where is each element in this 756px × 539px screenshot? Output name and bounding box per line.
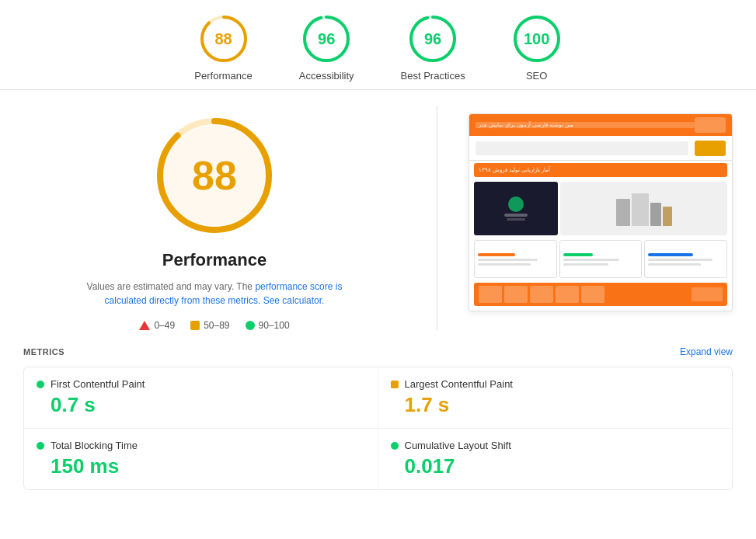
score-circle-performance: 88 (199, 14, 249, 64)
ss-content-row2 (469, 238, 732, 280)
calculator-link[interactable]: See calculator. (263, 295, 325, 306)
ss-icon-circle (508, 196, 524, 212)
ss-3d-image (612, 187, 674, 230)
ss-dark-card (474, 182, 558, 235)
circle-icon (246, 321, 255, 330)
svg-rect-10 (616, 199, 630, 226)
metric-cls: Cumulative Layout Shift 0.017 (378, 429, 733, 489)
main-content: 88 Performance Values are estimated and … (0, 90, 756, 346)
svg-point-5 (411, 17, 455, 61)
expand-view-link[interactable]: Expand view (680, 346, 733, 357)
metric-fcp: First Contentful Paint 0.7 s (24, 367, 378, 429)
svg-rect-13 (663, 207, 672, 226)
legend-item-high: 90–100 (246, 320, 290, 331)
metric-fcp-dot (37, 381, 44, 388)
ss-logo (695, 141, 726, 156)
big-score-value: 88 (192, 152, 237, 199)
metric-cls-value: 0.017 (391, 454, 720, 478)
metric-tbt-name: Total Blocking Time (51, 440, 138, 451)
metric-fcp-value: 0.7 s (37, 393, 365, 417)
score-circle-accessibility: 96 (301, 14, 351, 64)
svg-point-1 (202, 17, 246, 61)
ss-footer-bar (474, 283, 727, 306)
ss-thumb1 (479, 286, 502, 303)
legend-range-mid: 50–89 (204, 320, 229, 331)
ss-content-row1 (469, 179, 732, 238)
metrics-title: METRICS (23, 347, 64, 356)
circle-svg-accessibility (301, 14, 351, 64)
ss-top-text: متن نوشته فارسی آزمون برای نمایش هدر (476, 122, 695, 128)
circle-svg-seo (512, 14, 562, 64)
svg-rect-12 (650, 203, 661, 226)
svg-point-3 (305, 17, 348, 61)
legend-range-high: 90–100 (259, 320, 290, 331)
ss-thumb5 (581, 286, 604, 303)
ss-top-bar: متن نوشته فارسی آزمون برای نمایش هدر (469, 114, 732, 136)
score-label-best-practices: Best Practices (401, 70, 465, 82)
metric-lcp-header: Largest Contentful Paint (391, 378, 720, 390)
metrics-header: METRICS Expand view (23, 346, 733, 357)
square-icon (190, 321, 200, 330)
metric-cls-name: Cumulative Layout Shift (405, 440, 511, 451)
metric-fcp-name: First Contentful Paint (51, 378, 145, 390)
big-score-circle: 88 (152, 113, 277, 238)
score-item-seo[interactable]: 100 SEO (512, 14, 562, 82)
performance-subtitle: Values are estimated and may vary. The p… (67, 280, 362, 308)
ss-card2b (559, 240, 643, 278)
score-item-best-practices[interactable]: 96 Best Practices (401, 14, 465, 82)
metric-fcp-header: First Contentful Paint (37, 378, 365, 390)
legend-item-low: 0–49 (139, 320, 175, 331)
score-item-accessibility[interactable]: 96 Accessibility (299, 14, 354, 82)
score-label-performance: Performance (194, 70, 252, 82)
legend-item-mid: 50–89 (190, 320, 229, 331)
panel-divider (437, 106, 437, 331)
ss-search-bar (476, 141, 688, 155)
metric-cls-header: Cumulative Layout Shift (391, 440, 720, 451)
ss-thumb3 (530, 286, 553, 303)
ss-thumb4 (556, 286, 579, 303)
site-screenshot: متن نوشته فارسی آزمون برای نمایش هدر آما… (469, 113, 733, 311)
svg-point-7 (515, 17, 559, 61)
ss-nav-bar (469, 136, 732, 161)
ss-light-card (560, 182, 727, 235)
metric-tbt-header: Total Blocking Time (37, 440, 365, 451)
metrics-grid: First Contentful Paint 0.7 s Largest Con… (23, 367, 733, 490)
ss-logo-placeholder (695, 117, 726, 133)
score-bar: 88 Performance 96 Accessibility 96 Best … (0, 0, 756, 90)
metric-tbt: Total Blocking Time 150 ms (24, 429, 378, 489)
score-legend: 0–49 50–89 90–100 (139, 320, 289, 331)
score-circle-seo: 100 (512, 14, 562, 64)
triangle-icon (139, 321, 150, 330)
metric-tbt-value: 150 ms (37, 454, 365, 478)
score-circle-best-practices: 96 (408, 14, 458, 64)
ss-thumb2 (504, 286, 528, 303)
ss-card2a (474, 240, 557, 278)
metric-lcp-dot (391, 381, 399, 388)
ss-card2c (644, 240, 727, 278)
metric-tbt-dot (37, 442, 44, 450)
metric-lcp-name: Largest Contentful Paint (405, 378, 513, 390)
metric-cls-dot (391, 442, 399, 450)
svg-rect-11 (632, 193, 649, 226)
metric-lcp: Largest Contentful Paint 1.7 s (378, 367, 733, 429)
legend-range-low: 0–49 (154, 320, 175, 331)
metrics-section: METRICS Expand view First Contentful Pai… (0, 346, 756, 506)
circle-svg-best-practices (408, 14, 458, 64)
right-panel: متن نوشته فارسی آزمون برای نمایش هدر آما… (469, 106, 733, 331)
score-item-performance[interactable]: 88 Performance (194, 14, 252, 82)
score-label-accessibility: Accessibility (299, 70, 354, 82)
left-panel: 88 Performance Values are estimated and … (23, 106, 406, 331)
circle-svg-performance (199, 14, 249, 64)
performance-title: Performance (162, 250, 267, 270)
score-label-seo: SEO (526, 70, 547, 82)
metric-lcp-value: 1.7 s (391, 393, 720, 417)
ss-hero-bar: آمار بازاریابی تولید فروش ۱۳۹۸ (474, 163, 727, 177)
